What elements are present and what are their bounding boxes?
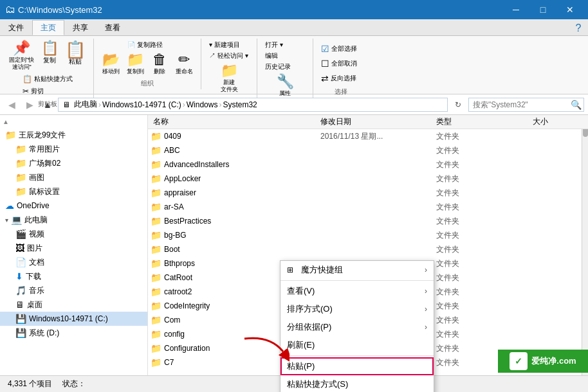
sidebar-item-c-drive[interactable]: 💾 Windows10-14971 (C:): [0, 312, 147, 326]
tab-home[interactable]: 主页: [32, 20, 64, 35]
sidebar-item-docs[interactable]: 📄 文档: [0, 255, 147, 269]
maximize-button[interactable]: □: [530, 0, 556, 19]
paste-button[interactable]: 📋 粘贴: [62, 40, 88, 67]
file-type: 文件夹: [431, 174, 528, 184]
new-item-button[interactable]: ▾ 新建项目: [207, 40, 252, 50]
breadcrumb-pc[interactable]: 此电脑: [74, 99, 97, 110]
col-size-header[interactable]: 大小: [528, 116, 588, 127]
sidebar-item-mouse[interactable]: 📁 鼠标设置: [0, 184, 147, 199]
file-row[interactable]: 📁 BestPractices 文件夹: [148, 214, 588, 228]
file-type: 文件夹: [431, 329, 528, 340]
ribbon-help-button[interactable]: ?: [571, 21, 585, 35]
delete-button[interactable]: 🗑 删除: [148, 51, 171, 76]
sidebar-item-paint[interactable]: 📁 画图: [0, 170, 147, 184]
easy-access-button[interactable]: ↗ 轻松访问 ▾: [207, 51, 252, 61]
up-button[interactable]: ▲: [40, 97, 55, 112]
tab-file[interactable]: 文件: [0, 20, 32, 35]
file-name: config: [164, 330, 185, 339]
minimize-button[interactable]: ─: [503, 0, 529, 19]
ctx-item-arrow: ›: [425, 287, 427, 296]
sidebar-item-dance[interactable]: 📁 广场舞02: [0, 156, 147, 170]
file-row[interactable]: 📁 Boot 文件夹: [148, 242, 588, 256]
new-folder-button[interactable]: 📁 新建文件夹: [217, 62, 241, 94]
breadcrumb-system32[interactable]: System32: [223, 100, 257, 109]
context-menu-item[interactable]: 刷新(E): [280, 336, 434, 354]
d-drive-icon: 💾: [15, 328, 26, 338]
deselect-all-button[interactable]: ☐ 全部取消: [318, 57, 363, 71]
context-menu-item[interactable]: 粘贴快捷方式(S): [280, 375, 434, 392]
filelist-scrollbar[interactable]: [582, 115, 588, 376]
sidebar-label-common-pics: 常用图片: [29, 144, 145, 155]
pictures-icon: 🖼: [15, 243, 24, 253]
copy-button[interactable]: 📋 复制: [38, 40, 61, 66]
address-path[interactable]: 🖥 此电脑 › Windows10-14971 (C:) › Windows ›…: [58, 98, 448, 112]
copy-to-button[interactable]: 📁 复制到: [124, 51, 147, 76]
context-menu-item[interactable]: ⊞魔方快捷组›: [280, 261, 434, 279]
file-row[interactable]: 📁 appraiser 文件夹: [148, 186, 588, 200]
back-button[interactable]: ◀: [4, 97, 19, 112]
folder-icon: 📁: [151, 230, 161, 240]
context-menu-item[interactable]: 查看(V)›: [280, 282, 434, 300]
tab-share[interactable]: 共享: [64, 20, 96, 35]
file-row[interactable]: 📁 AppLocker 文件夹: [148, 172, 588, 186]
docs-icon: 📄: [15, 257, 26, 267]
open-button[interactable]: 打开 ▾: [262, 40, 308, 50]
file-type: 文件夹: [431, 202, 528, 213]
col-type-header[interactable]: 类型: [431, 116, 528, 127]
sidebar-label-video: 视频: [29, 229, 145, 240]
file-name: CatRoot: [164, 273, 192, 282]
edit-button[interactable]: 编辑: [262, 51, 308, 61]
folder-icon: 📁: [151, 145, 161, 156]
sidebar-item-d-drive[interactable]: 💾 系统 (D:): [0, 326, 147, 340]
move-to-button[interactable]: 📂 移动到: [99, 51, 122, 76]
file-row[interactable]: 📁 ABC 文件夹: [148, 143, 588, 157]
file-name: AppLocker: [164, 174, 201, 183]
search-icon[interactable]: 🔍: [571, 100, 582, 110]
context-menu-item[interactable]: 分组依据(P)›: [280, 318, 434, 336]
col-date-header[interactable]: 修改日期: [315, 116, 431, 127]
breadcrumb-drive[interactable]: Windows10-14971 (C:): [102, 100, 181, 109]
history-button[interactable]: 历史记录: [262, 62, 308, 72]
sidebar-item-video[interactable]: 🎬 视频: [0, 227, 147, 241]
context-menu-item[interactable]: 粘贴(P): [280, 357, 434, 375]
file-name: catroot2: [164, 287, 192, 296]
breadcrumb-windows[interactable]: Windows: [187, 100, 218, 109]
tab-view[interactable]: 查看: [96, 20, 129, 35]
folder-icon: 📁: [151, 343, 161, 353]
sidebar-item-wangchen[interactable]: 📁 王辰龙99文件: [0, 128, 147, 142]
file-row[interactable]: 📁 AdvancedInstallers 文件夹: [148, 157, 588, 172]
search-input[interactable]: [468, 98, 584, 112]
cut-button[interactable]: ✂ 剪切: [20, 85, 75, 97]
file-name: BestPractices: [164, 217, 211, 226]
select-all-button[interactable]: ☑ 全部选择: [318, 42, 363, 56]
ctx-item-label: 查看(V): [287, 285, 421, 297]
properties-button[interactable]: 🔧 属性: [273, 73, 297, 98]
sidebar-item-common-pics[interactable]: 📁 常用图片: [0, 142, 147, 156]
folder-icon: 📁: [151, 315, 161, 325]
sidebar-item-onedrive[interactable]: ☁ OneDrive: [0, 199, 147, 213]
pin-quickaccess-button[interactable]: 📌 固定到"快速访问": [6, 40, 37, 72]
refresh-button[interactable]: ↻: [450, 98, 466, 112]
file-row[interactable]: 📁 bg-BG 文件夹: [148, 228, 588, 242]
search-wrap: 🔍: [468, 98, 584, 112]
invert-selection-button[interactable]: ⇄ 反向选择: [318, 72, 363, 85]
sidebar-item-desktop[interactable]: 🖥 桌面: [0, 298, 147, 312]
context-menu: ⊞魔方快捷组›查看(V)›排序方式(O)›分组依据(P)›刷新(E)粘贴(P)粘…: [280, 260, 434, 392]
file-type: 文件夹: [431, 230, 528, 241]
rename-button[interactable]: ✏ 重命名: [172, 51, 196, 76]
pc-expand-arrow: ▾: [5, 217, 8, 224]
close-button[interactable]: ✕: [557, 0, 583, 19]
forward-button[interactable]: ▶: [22, 97, 37, 112]
context-menu-item[interactable]: 排序方式(O)›: [280, 300, 434, 318]
sidebar-item-pc[interactable]: ▾ 💻 此电脑: [0, 213, 147, 227]
file-row[interactable]: 📁 0409 2016/11/13 星期... 文件夹: [148, 129, 588, 143]
sidebar-item-downloads[interactable]: ⬇ 下载: [0, 269, 147, 283]
paste-shortcut-button[interactable]: 📋 粘贴快捷方式: [20, 73, 75, 85]
copy-path-button[interactable]: 📄 复制路径: [125, 40, 170, 50]
col-name-header[interactable]: 名称: [148, 116, 315, 127]
file-row[interactable]: 📁 ar-SA 文件夹: [148, 200, 588, 214]
paste-icon: 📋: [65, 41, 86, 58]
sidebar-item-pictures[interactable]: 🖼 图片: [0, 241, 147, 255]
sidebar-item-music[interactable]: 🎵 音乐: [0, 283, 147, 298]
breadcrumb-folder-icon: 🖥: [62, 100, 70, 109]
